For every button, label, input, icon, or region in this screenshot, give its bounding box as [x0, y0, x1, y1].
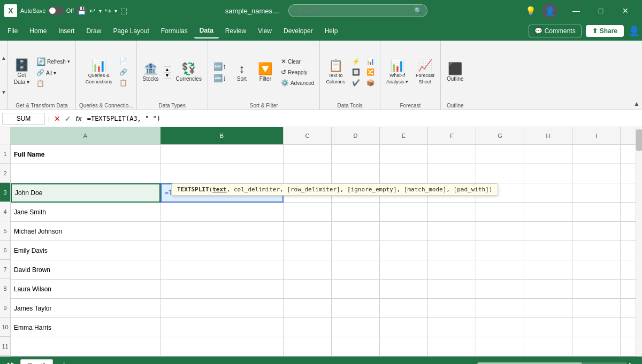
cell-d7[interactable]	[332, 260, 380, 280]
cell-a5[interactable]: Michael Johnson	[11, 222, 160, 241]
redo-down-icon[interactable]: ▾	[114, 8, 117, 14]
consolidate-button[interactable]: 📊	[364, 57, 377, 66]
sheet-tab-sheet1[interactable]: Sheet1	[20, 359, 53, 365]
cell-f11[interactable]	[428, 337, 476, 357]
sort-button[interactable]: ↕️ Sort	[232, 61, 252, 83]
lightbulb-icon[interactable]: 💡	[525, 6, 536, 16]
cell-c11[interactable]	[284, 337, 332, 357]
reapply-button[interactable]: ↺ Reapply	[279, 67, 316, 77]
remove-dups-button[interactable]: 🔲	[350, 67, 362, 77]
minimize-button[interactable]: —	[564, 0, 588, 21]
cell-g11[interactable]	[476, 337, 524, 357]
cell-b1[interactable]	[160, 145, 284, 164]
cell-e9[interactable]	[380, 299, 428, 318]
row-header-5[interactable]: 5	[0, 221, 11, 241]
col-header-d[interactable]: D	[332, 127, 380, 144]
filter-button[interactable]: 🔽 Filter	[255, 61, 276, 83]
refresh-queries-button[interactable]: 🔄 Refresh ▾	[34, 56, 72, 67]
cell-e5[interactable]	[380, 222, 428, 241]
cell-i4[interactable]	[572, 203, 621, 222]
cell-e7[interactable]	[380, 260, 428, 280]
data-types-scroll-down[interactable]: ▼	[164, 73, 171, 78]
cell-f7[interactable]	[428, 260, 476, 280]
sheet-next-button[interactable]: ▶	[11, 361, 16, 364]
cell-d1[interactable]	[332, 145, 380, 164]
cell-a11[interactable]	[11, 337, 160, 357]
cell-d9[interactable]	[332, 299, 380, 318]
edit-links-button[interactable]: 🔗	[117, 67, 129, 77]
clear-button[interactable]: ✕ Clear	[279, 57, 316, 66]
menu-help[interactable]: Help	[319, 24, 343, 38]
cell-c5[interactable]	[284, 222, 332, 241]
menu-home[interactable]: Home	[24, 24, 52, 38]
cell-g1[interactable]	[476, 145, 524, 164]
cell-h3[interactable]	[524, 183, 572, 203]
cell-g2[interactable]	[476, 164, 524, 183]
cell-f5[interactable]	[428, 222, 476, 241]
close-button[interactable]: ✕	[613, 0, 638, 21]
forecast-sheet-button[interactable]: 📈 Forecast Sheet	[413, 58, 437, 86]
ribbon-scroll-up-btn[interactable]: ▲	[0, 41, 7, 75]
get-data-button[interactable]: 🗄️ Get Data ▾	[11, 58, 32, 87]
cell-c2[interactable]	[284, 164, 332, 183]
cell-h1[interactable]	[524, 145, 572, 164]
menu-file[interactable]: File	[2, 24, 23, 38]
cell-c10[interactable]	[284, 318, 332, 337]
cell-g6[interactable]	[476, 241, 524, 260]
cell-f6[interactable]	[428, 241, 476, 260]
cell-g5[interactable]	[476, 222, 524, 241]
col-header-a[interactable]: A	[11, 127, 160, 144]
menu-draw[interactable]: Draw	[81, 24, 106, 38]
undo-down-icon[interactable]: ▾	[99, 8, 102, 14]
menu-insert[interactable]: Insert	[53, 24, 80, 38]
cell-j7[interactable]	[621, 260, 636, 280]
cell-a7[interactable]: David Brown	[11, 260, 160, 280]
cell-h2[interactable]	[524, 164, 572, 183]
cell-h10[interactable]	[524, 318, 572, 337]
cell-i7[interactable]	[572, 260, 621, 280]
confirm-formula-button[interactable]: ✓	[64, 113, 72, 124]
cell-a6[interactable]: Emily Davis	[11, 241, 160, 260]
what-if-button[interactable]: 📊 What-If Analysis ▾	[384, 58, 411, 86]
user-avatar[interactable]: 👤	[542, 3, 557, 18]
menu-developer[interactable]: Developer	[278, 24, 318, 38]
menu-view[interactable]: View	[253, 24, 277, 38]
cell-d4[interactable]	[332, 203, 380, 222]
cell-g4[interactable]	[476, 203, 524, 222]
cell-a3[interactable]: John Doe	[11, 183, 160, 203]
cell-b8[interactable]	[160, 280, 284, 299]
cell-c9[interactable]	[284, 299, 332, 318]
cell-f8[interactable]	[428, 280, 476, 299]
search-input[interactable]	[288, 4, 427, 17]
row-header-7[interactable]: 7	[0, 260, 11, 279]
cancel-formula-button[interactable]: ✕	[53, 113, 62, 124]
menu-page-layout[interactable]: Page Layout	[108, 24, 154, 38]
col-header-b[interactable]: B	[160, 127, 284, 144]
autosave-toggle[interactable]	[48, 6, 64, 15]
sort-za-button[interactable]: 🔤↓	[211, 73, 228, 83]
cell-b6[interactable]	[160, 241, 284, 260]
cell-j10[interactable]	[621, 318, 636, 337]
row-header-4[interactable]: 4	[0, 202, 11, 221]
cell-e2[interactable]	[380, 164, 428, 183]
cell-a4[interactable]: Jane Smith	[11, 203, 160, 222]
col-header-i[interactable]: I	[572, 127, 621, 144]
cell-h7[interactable]	[524, 260, 572, 280]
col-header-g[interactable]: G	[476, 127, 524, 144]
cell-i1[interactable]	[572, 145, 621, 164]
cell-b4[interactable]	[160, 203, 284, 222]
cell-j4[interactable]	[621, 203, 636, 222]
cell-f1[interactable]	[428, 145, 476, 164]
comments-button[interactable]: 💬 Comments	[529, 25, 582, 37]
cell-g8[interactable]	[476, 280, 524, 299]
text-to-columns-button[interactable]: 📋 Text to Columns	[323, 58, 348, 86]
custom-qs-icon[interactable]: ⬚	[120, 6, 127, 15]
cell-i10[interactable]	[572, 318, 621, 337]
cell-d6[interactable]	[332, 241, 380, 260]
cell-d10[interactable]	[332, 318, 380, 337]
cell-j2[interactable]	[621, 164, 636, 183]
row-header-1[interactable]: 1	[0, 144, 11, 164]
cell-h9[interactable]	[524, 299, 572, 318]
ribbon-scroll-up[interactable]: ▲ ▼	[0, 41, 8, 110]
insert-function-button[interactable]: fx	[74, 113, 83, 124]
